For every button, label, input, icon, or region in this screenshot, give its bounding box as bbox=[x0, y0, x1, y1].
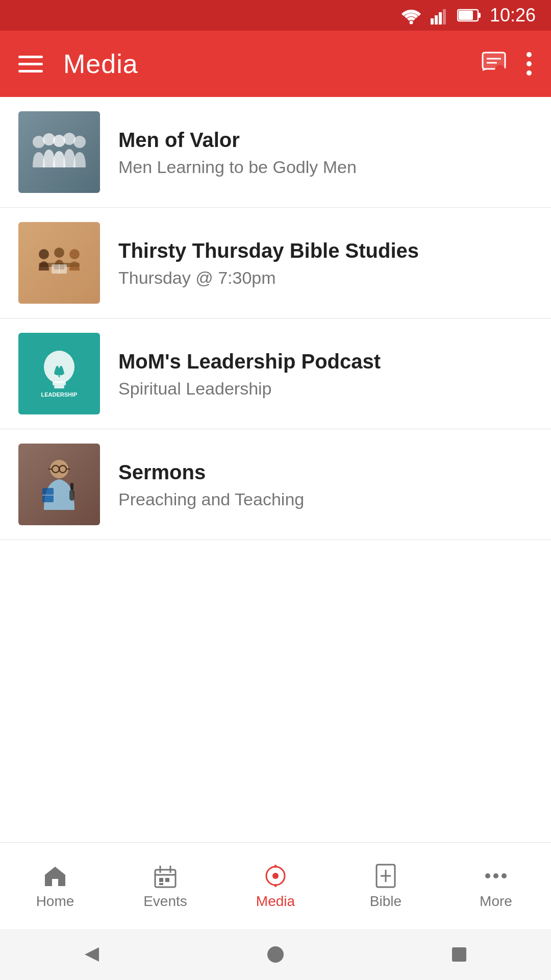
bible-icon bbox=[372, 863, 399, 889]
svg-point-51 bbox=[272, 873, 279, 879]
nav-item-more[interactable]: More bbox=[441, 863, 551, 910]
status-bar: 10:26 bbox=[0, 0, 551, 31]
wifi-icon bbox=[400, 6, 422, 24]
nav-label-home: Home bbox=[36, 893, 74, 910]
media-item-sermons[interactable]: Sermons Preaching and Teaching bbox=[0, 429, 551, 540]
media-thumbnail-leadership: LEADERSHIP bbox=[18, 333, 100, 414]
media-info-sermons: Sermons Preaching and Teaching bbox=[118, 460, 533, 509]
svg-rect-62 bbox=[452, 947, 466, 962]
svg-point-21 bbox=[73, 136, 86, 148]
bible-study-thumbnail-art bbox=[26, 235, 92, 291]
svg-rect-7 bbox=[459, 11, 473, 20]
svg-point-57 bbox=[485, 873, 490, 878]
svg-rect-40 bbox=[70, 483, 73, 490]
svg-rect-1 bbox=[431, 18, 434, 24]
nav-label-events: Events bbox=[143, 893, 187, 910]
page-title: Media bbox=[63, 48, 460, 79]
svg-point-15 bbox=[527, 61, 532, 66]
more-vertical-icon bbox=[525, 51, 533, 77]
svg-point-16 bbox=[527, 70, 532, 76]
system-recents-button[interactable] bbox=[444, 939, 474, 970]
chat-button[interactable] bbox=[481, 51, 507, 77]
recents-square-icon bbox=[449, 944, 469, 965]
battery-icon bbox=[457, 8, 482, 23]
media-info-men-of-valor: Men of Valor Men Learning to be Godly Me… bbox=[118, 128, 533, 177]
svg-rect-3 bbox=[439, 12, 442, 24]
svg-rect-4 bbox=[443, 9, 446, 24]
svg-rect-6 bbox=[478, 13, 481, 18]
nav-item-media[interactable]: Media bbox=[220, 863, 331, 910]
svg-point-28 bbox=[44, 351, 74, 383]
men-of-valor-thumbnail-art bbox=[29, 127, 90, 178]
nav-item-bible[interactable]: Bible bbox=[331, 863, 441, 910]
svg-rect-53 bbox=[274, 884, 277, 887]
media-title-bible-study: Thirsty Thursday Bible Studies bbox=[118, 238, 533, 263]
media-info-leadership: MoM's Leadership Podcast Spiritual Leade… bbox=[118, 349, 533, 399]
system-back-button[interactable] bbox=[77, 939, 107, 970]
media-thumbnail-sermons bbox=[18, 444, 100, 525]
svg-rect-49 bbox=[159, 883, 163, 885]
bottom-navigation: Home Events Media Bible bbox=[0, 842, 551, 929]
media-subtitle-sermons: Preaching and Teaching bbox=[118, 489, 533, 509]
media-info-bible-study: Thirsty Thursday Bible Studies Thursday … bbox=[118, 238, 533, 288]
svg-rect-48 bbox=[165, 878, 169, 882]
more-dots-icon bbox=[483, 863, 509, 889]
leadership-thumbnail-art: LEADERSHIP bbox=[26, 340, 92, 407]
svg-rect-2 bbox=[435, 15, 438, 24]
svg-rect-30 bbox=[54, 385, 64, 388]
hamburger-menu-button[interactable] bbox=[18, 56, 43, 72]
header-actions bbox=[481, 51, 533, 77]
nav-item-events[interactable]: Events bbox=[110, 863, 220, 910]
home-circle-icon bbox=[264, 943, 287, 966]
back-triangle-icon bbox=[81, 943, 103, 966]
media-item-men-of-valor[interactable]: Men of Valor Men Learning to be Godly Me… bbox=[0, 97, 551, 208]
svg-point-25 bbox=[69, 249, 80, 259]
svg-point-0 bbox=[409, 21, 413, 24]
media-subtitle-bible-study: Thursday @ 7:30pm bbox=[118, 268, 533, 288]
nav-item-home[interactable]: Home bbox=[0, 863, 110, 910]
svg-marker-60 bbox=[85, 947, 99, 962]
media-item-leadership[interactable]: LEADERSHIP MoM's Leadership Podcast Spir… bbox=[0, 318, 551, 429]
media-subtitle-men-of-valor: Men Learning to be Godly Men bbox=[118, 157, 533, 177]
svg-point-58 bbox=[493, 873, 498, 878]
svg-point-59 bbox=[502, 873, 507, 878]
signal-icon bbox=[431, 6, 449, 24]
media-title-men-of-valor: Men of Valor bbox=[118, 128, 533, 152]
svg-point-17 bbox=[33, 136, 45, 148]
svg-point-19 bbox=[53, 135, 65, 147]
chat-icon bbox=[481, 51, 507, 77]
svg-point-23 bbox=[39, 249, 49, 259]
svg-text:LEADERSHIP: LEADERSHIP bbox=[41, 391, 78, 398]
media-thumbnail-bible-study bbox=[18, 222, 100, 304]
events-icon bbox=[152, 863, 179, 889]
nav-label-media: Media bbox=[256, 893, 295, 910]
svg-rect-39 bbox=[69, 489, 74, 501]
nav-label-bible: Bible bbox=[370, 893, 402, 910]
sermons-thumbnail-art bbox=[26, 451, 92, 518]
media-title-leadership: MoM's Leadership Podcast bbox=[118, 349, 533, 374]
media-icon bbox=[262, 863, 289, 889]
svg-point-14 bbox=[527, 52, 532, 57]
status-icons: 10:26 bbox=[400, 5, 536, 26]
svg-point-24 bbox=[54, 248, 64, 258]
media-subtitle-leadership: Spiritual Leadership bbox=[118, 379, 533, 399]
system-navigation-bar bbox=[0, 929, 551, 980]
svg-rect-47 bbox=[159, 878, 163, 882]
svg-point-61 bbox=[267, 946, 284, 963]
svg-rect-52 bbox=[274, 865, 277, 868]
media-title-sermons: Sermons bbox=[118, 460, 533, 484]
media-list: Men of Valor Men Learning to be Godly Me… bbox=[0, 97, 551, 842]
status-time: 10:26 bbox=[490, 5, 536, 26]
overflow-menu-button[interactable] bbox=[525, 51, 533, 77]
app-header: Media bbox=[0, 31, 551, 97]
svg-rect-29 bbox=[53, 381, 66, 385]
media-item-bible-study[interactable]: Thirsty Thursday Bible Studies Thursday … bbox=[0, 208, 551, 318]
system-home-button[interactable] bbox=[260, 939, 291, 970]
media-thumbnail-men-of-valor bbox=[18, 111, 100, 193]
home-icon bbox=[42, 863, 68, 889]
nav-label-more: More bbox=[480, 893, 512, 910]
svg-rect-12 bbox=[495, 65, 505, 75]
